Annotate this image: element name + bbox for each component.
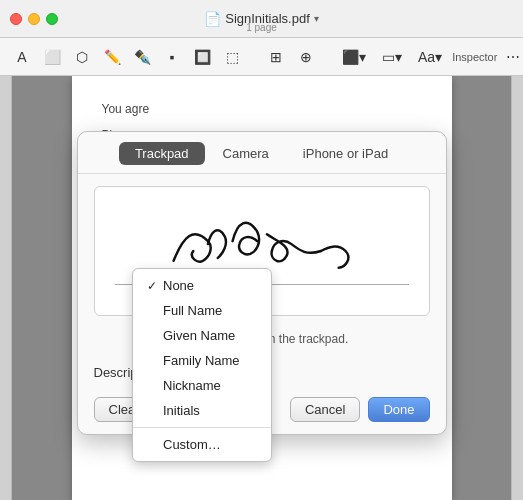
inspector-label[interactable]: Inspector (452, 51, 497, 63)
dropdown-item-custom[interactable]: ✓ Custom… (133, 432, 271, 457)
toolbar: A ⬜ ⬡ ✏️ ✒️ ▪ 🔲 ⬚ ⊞ ⊕ ⬛▾ ▭▾ Aa▾ Inspecto… (0, 38, 523, 76)
dropdown-item-family-name[interactable]: ✓ Family Name (133, 348, 271, 373)
left-panel (0, 76, 12, 500)
font-button[interactable]: Aa▾ (412, 44, 448, 70)
dropdown-label-full-name: Full Name (163, 303, 222, 318)
redact-tool-button[interactable]: ▪ (158, 44, 186, 70)
title-chevron-icon[interactable]: ▾ (314, 13, 319, 24)
view-button[interactable]: ⊞ (262, 44, 290, 70)
toolbar-group-markup: A ⬜ ⬡ ✏️ ✒️ ▪ 🔲 ⬚ (8, 44, 246, 70)
traffic-lights (10, 13, 58, 25)
stamp-tool-button[interactable]: 🔲 (188, 44, 216, 70)
dropdown-item-nickname[interactable]: ✓ Nickname (133, 373, 271, 398)
check-icon: ✓ (147, 279, 157, 293)
minimize-button[interactable] (28, 13, 40, 25)
dropdown-separator (133, 427, 271, 428)
done-button[interactable]: Done (368, 397, 429, 422)
sign-tool-button[interactable]: ⬚ (218, 44, 246, 70)
right-panel (511, 76, 523, 500)
document-icon: 📄 (204, 11, 221, 27)
color-button[interactable]: ⬛▾ (336, 44, 372, 70)
dropdown-item-full-name[interactable]: ✓ Full Name (133, 298, 271, 323)
zoom-button[interactable]: ⊕ (292, 44, 320, 70)
dropdown-label-nickname: Nickname (163, 378, 221, 393)
pen-tool-button[interactable]: ✏️ (98, 44, 126, 70)
maximize-button[interactable] (46, 13, 58, 25)
signature-tool-button[interactable]: ✒️ (128, 44, 156, 70)
dropdown-item-none[interactable]: ✓ None (133, 273, 271, 298)
close-button[interactable] (10, 13, 22, 25)
dropdown-label-none: None (163, 278, 194, 293)
dropdown-label-family-name: Family Name (163, 353, 240, 368)
text-tool-button[interactable]: A (8, 44, 36, 70)
border-button[interactable]: ▭▾ (376, 44, 408, 70)
more-tools-button[interactable]: ⋯ (499, 44, 523, 70)
toolbar-group-view: ⊞ ⊕ (262, 44, 320, 70)
shape-tool-button[interactable]: ⬡ (68, 44, 96, 70)
tab-iphone-ipad[interactable]: iPhone or iPad (287, 142, 404, 165)
tab-trackpad[interactable]: Trackpad (119, 142, 205, 165)
dropdown-item-given-name[interactable]: ✓ Given Name (133, 323, 271, 348)
tab-camera[interactable]: Camera (207, 142, 285, 165)
doc-line-1: You agre (102, 96, 422, 122)
dropdown-label-initials: Initials (163, 403, 200, 418)
main-content: You agre Please s Signature Date: Trackp (0, 76, 523, 500)
cancel-button[interactable]: Cancel (290, 397, 360, 422)
doc-text-agree: You agre (102, 96, 150, 122)
document-area: You agre Please s Signature Date: Trackp (12, 76, 511, 500)
dropdown-item-initials[interactable]: ✓ Initials (133, 398, 271, 423)
dropdown-label-custom: Custom… (163, 437, 221, 452)
dropdown-label-given-name: Given Name (163, 328, 235, 343)
description-dropdown-menu: ✓ None ✓ Full Name ✓ Given Name ✓ Family… (132, 268, 272, 462)
image-tool-button[interactable]: ⬜ (38, 44, 66, 70)
toolbar-right: Inspector ⋯ 🔍 (452, 44, 523, 70)
signature-tabs: Trackpad Camera iPhone or iPad (78, 132, 446, 174)
page-count: 1 page (246, 22, 277, 33)
